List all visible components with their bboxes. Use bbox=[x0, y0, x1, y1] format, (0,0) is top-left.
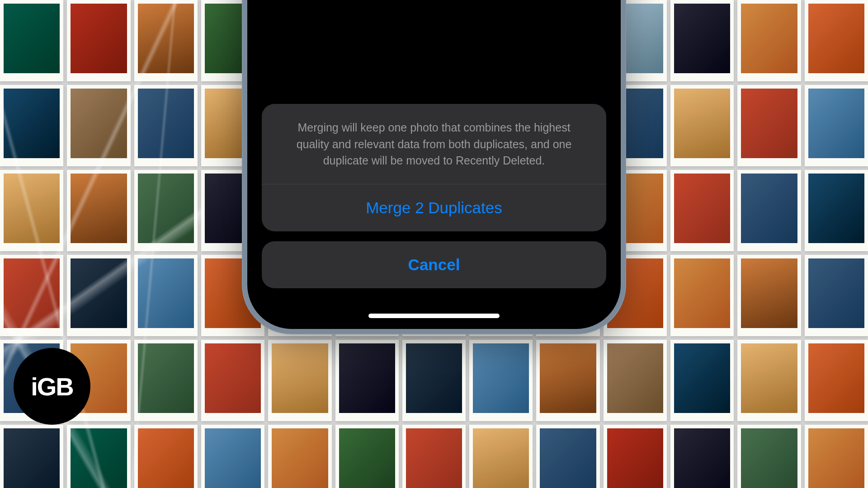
polaroid-thumb bbox=[402, 425, 466, 488]
polaroid-thumb bbox=[201, 425, 264, 488]
polaroid-thumb bbox=[134, 170, 198, 251]
polaroid-thumb bbox=[67, 255, 130, 336]
polaroid-thumb bbox=[67, 85, 130, 166]
polaroid-thumb bbox=[0, 0, 63, 81]
polaroid-thumb bbox=[670, 255, 734, 336]
polaroid-thumb bbox=[469, 340, 533, 421]
polaroid-thumb bbox=[67, 425, 130, 488]
polaroid-thumb bbox=[402, 340, 466, 421]
polaroid-thumb bbox=[0, 170, 63, 251]
merge-duplicates-action-sheet: Merging will keep one photo that combine… bbox=[262, 104, 606, 288]
polaroid-thumb bbox=[805, 340, 868, 421]
polaroid-thumb bbox=[335, 340, 399, 421]
polaroid-thumb bbox=[536, 340, 599, 421]
polaroid-thumb bbox=[67, 0, 130, 81]
polaroid-thumb bbox=[268, 340, 331, 421]
polaroid-thumb bbox=[134, 255, 198, 336]
igb-logo-badge: iGB bbox=[14, 348, 90, 425]
polaroid-thumb bbox=[805, 85, 868, 166]
polaroid-thumb bbox=[335, 425, 399, 488]
action-sheet-message: Merging will keep one photo that combine… bbox=[262, 104, 606, 184]
polaroid-thumb bbox=[737, 340, 801, 421]
polaroid-thumb bbox=[536, 425, 599, 488]
polaroid-thumb bbox=[0, 255, 63, 336]
cancel-button[interactable]: Cancel bbox=[262, 241, 606, 288]
polaroid-thumb bbox=[134, 425, 198, 488]
polaroid-thumb bbox=[604, 340, 667, 421]
polaroid-thumb bbox=[805, 425, 868, 488]
home-indicator[interactable] bbox=[368, 314, 500, 318]
iphone-device-frame: Merging will keep one photo that combine… bbox=[242, 0, 626, 334]
polaroid-thumb bbox=[134, 340, 198, 421]
polaroid-thumb bbox=[134, 0, 198, 81]
polaroid-thumb bbox=[737, 0, 801, 81]
polaroid-thumb bbox=[670, 425, 734, 488]
polaroid-thumb bbox=[268, 425, 331, 488]
polaroid-thumb bbox=[737, 170, 801, 251]
iphone-screen: Merging will keep one photo that combine… bbox=[247, 0, 621, 329]
polaroid-thumb bbox=[201, 340, 264, 421]
polaroid-thumb bbox=[670, 85, 734, 166]
polaroid-thumb bbox=[0, 425, 63, 488]
polaroid-thumb bbox=[134, 85, 198, 166]
polaroid-thumb bbox=[737, 85, 801, 166]
polaroid-thumb bbox=[670, 340, 734, 421]
polaroid-thumb bbox=[805, 170, 868, 251]
merge-duplicates-button[interactable]: Merge 2 Duplicates bbox=[262, 184, 606, 231]
igb-logo-text: iGB bbox=[31, 372, 73, 401]
polaroid-thumb bbox=[805, 0, 868, 81]
polaroid-thumb bbox=[670, 0, 734, 81]
polaroid-thumb bbox=[67, 170, 130, 251]
polaroid-thumb bbox=[469, 425, 533, 488]
polaroid-thumb bbox=[737, 425, 801, 488]
polaroid-thumb bbox=[604, 425, 667, 488]
polaroid-thumb bbox=[805, 255, 868, 336]
action-sheet-group: Merging will keep one photo that combine… bbox=[262, 104, 606, 231]
polaroid-thumb bbox=[0, 85, 63, 166]
polaroid-thumb bbox=[670, 170, 734, 251]
polaroid-thumb bbox=[737, 255, 801, 336]
